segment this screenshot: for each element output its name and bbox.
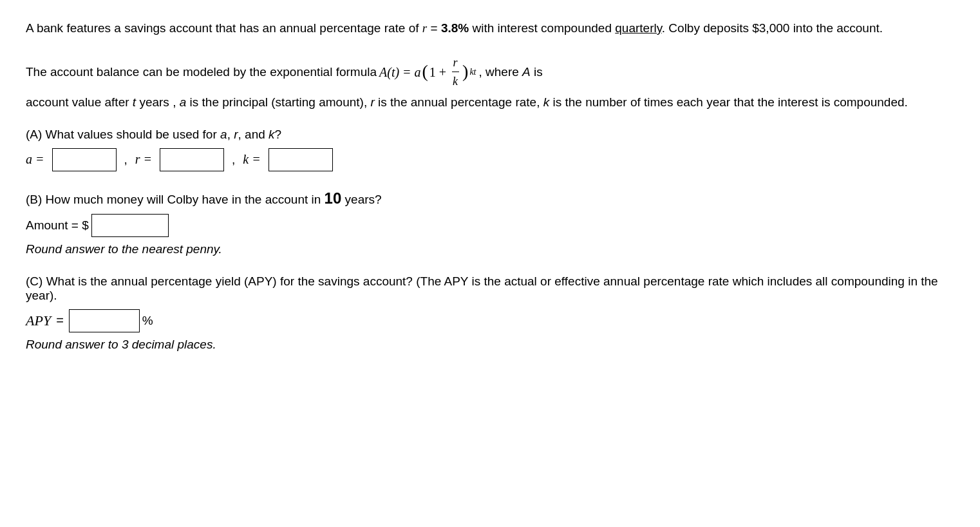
- comma-1: ,: [124, 153, 127, 167]
- formula-continuation: account value after t years , a is the p…: [26, 93, 954, 112]
- formula-At: A(t): [379, 62, 399, 82]
- section-b: (B) How much money will Colby have in th…: [26, 189, 954, 256]
- input-apy[interactable]: [69, 309, 140, 332]
- label-k: k =: [243, 152, 260, 167]
- section-c: (C) What is the annual percentage yield …: [26, 274, 954, 352]
- formula-line: The account balance can be modeled by th…: [26, 53, 954, 91]
- formula-plus: +: [439, 62, 446, 82]
- apy-row: APY = %: [26, 309, 954, 332]
- section-b-years: 10: [325, 189, 342, 207]
- intro-paragraph: A bank features a savings account that h…: [26, 19, 954, 38]
- rate-value: 3.8%: [441, 21, 469, 35]
- formula-a-var: a: [414, 62, 420, 82]
- formula-where: , where A is: [478, 62, 542, 82]
- formula-one: 1: [429, 62, 436, 82]
- label-a: a =: [26, 152, 44, 167]
- intro-text: A bank features a savings account that h…: [26, 21, 422, 35]
- section-a-inputs: a = , r = , k =: [26, 148, 954, 171]
- section-a: (A) What values should be used for a, r,…: [26, 128, 954, 171]
- intro2-text: with interest compounded: [469, 21, 615, 35]
- section-c-title: (C) What is the annual percentage yield …: [26, 274, 954, 303]
- input-amount[interactable]: [91, 214, 169, 237]
- round-penny-note: Round answer to the nearest penny.: [26, 242, 954, 256]
- input-k[interactable]: [269, 148, 333, 171]
- input-a[interactable]: [52, 148, 117, 171]
- math-formula: A(t) = a ( 1 + r k ) kt: [379, 53, 476, 91]
- section-a-title: (A) What values should be used for a, r,…: [26, 128, 954, 142]
- intro3-text: . Colby deposits $3,000 into the account…: [662, 21, 883, 35]
- formula-close-paren: ): [462, 57, 468, 86]
- amount-label: Amount = $: [26, 218, 89, 233]
- formula-exponent: kt: [469, 65, 476, 79]
- compounding-word: quarterly: [615, 21, 662, 35]
- input-r[interactable]: [160, 148, 224, 171]
- apy-equals: =: [56, 313, 64, 328]
- formula-numerator: r: [452, 53, 459, 73]
- section-b-title: (B) How much money will Colby have in th…: [26, 189, 954, 207]
- rate-equals: =: [427, 21, 441, 35]
- amount-row: Amount = $: [26, 214, 954, 237]
- formula-fraction: r k: [451, 53, 459, 91]
- formula-denominator: k: [451, 72, 459, 91]
- formula-intro-text: The account balance can be modeled by th…: [26, 62, 377, 82]
- percent-symbol: %: [142, 314, 153, 328]
- apy-label: APY: [26, 312, 51, 329]
- label-r: r =: [135, 152, 152, 167]
- formula-open-paren: (: [422, 57, 428, 86]
- round-decimal-note: Round answer to 3 decimal places.: [26, 338, 954, 352]
- comma-2: ,: [232, 153, 235, 167]
- formula-eq-sign: =: [403, 62, 410, 82]
